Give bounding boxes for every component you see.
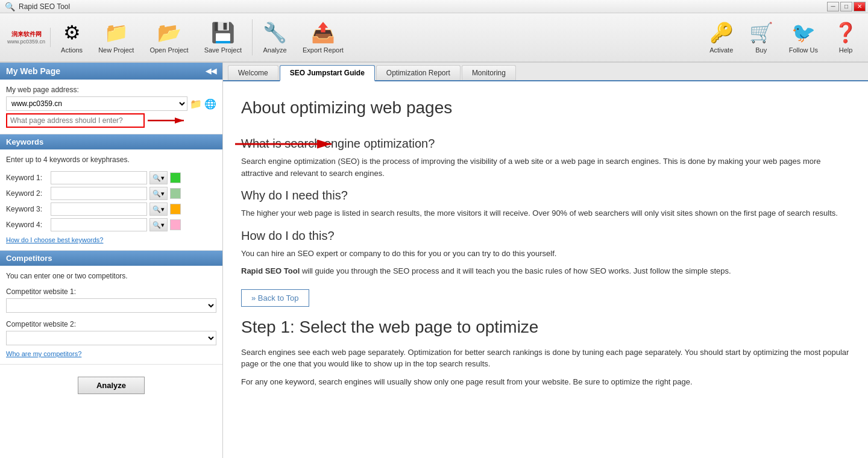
competitors-section-title: Competitors bbox=[0, 251, 222, 266]
back-to-top-button[interactable]: » Back to Top bbox=[241, 289, 309, 307]
tab-optimization-report[interactable]: Optimization Report bbox=[376, 65, 461, 80]
toolbar-separator bbox=[252, 19, 253, 55]
section1: What is search engine optimization? Sear… bbox=[241, 127, 850, 179]
save-project-icon: 💾 bbox=[211, 21, 235, 44]
tab-monitoring[interactable]: Monitoring bbox=[462, 65, 516, 80]
analyze-main-button[interactable]: Analyze bbox=[78, 377, 145, 394]
keyword-row-2: Keyword 2: 🔍▾ bbox=[6, 187, 216, 200]
new-project-icon: 📁 bbox=[104, 21, 128, 44]
help-button[interactable]: ❓ Help bbox=[826, 16, 866, 59]
tab-seo-jumpstart[interactable]: SEO Jumpstart Guide bbox=[280, 65, 375, 81]
keyword3-label: Keyword 3: bbox=[6, 205, 48, 213]
analyze-section: Analyze bbox=[0, 365, 222, 406]
open-project-label: Open Project bbox=[149, 46, 188, 54]
address-row: www.pc0359.cn 📁 🌐 bbox=[6, 96, 216, 111]
keyword2-input[interactable] bbox=[51, 187, 147, 200]
keyword-row-3: Keyword 3: 🔍▾ bbox=[6, 202, 216, 216]
new-project-label: New Project bbox=[98, 46, 134, 54]
analyze-icon: 🔧 bbox=[263, 21, 287, 44]
competitors-help-link[interactable]: Who are my competitors? bbox=[6, 350, 81, 357]
address-label: My web page address: bbox=[6, 86, 216, 94]
keywords-intro: Enter up to 4 keywords or keyphrases. bbox=[6, 155, 216, 164]
help-icon: ❓ bbox=[834, 21, 858, 44]
keyword1-search-button[interactable]: 🔍▾ bbox=[149, 171, 168, 184]
section2: Why do I need this? The higher your web … bbox=[241, 189, 850, 219]
sidebar: My Web Page ◀◀ My web page address: www.… bbox=[0, 63, 223, 458]
toolbar-right: 🔑 Activate 🛒 Buy 🐦 Follow Us ❓ Help bbox=[702, 16, 866, 59]
minimize-button[interactable]: ─ bbox=[827, 2, 839, 11]
competitors-section: You can enter one or two competitors. Co… bbox=[0, 266, 222, 365]
competitor1-row bbox=[6, 298, 216, 313]
keyword3-color bbox=[170, 204, 181, 215]
export-report-button[interactable]: 📤 Export Report bbox=[295, 16, 351, 59]
actions-button[interactable]: ⚙ Actions bbox=[53, 16, 90, 59]
section2-body: The higher your web page is listed in se… bbox=[241, 207, 850, 219]
sidebar-header: My Web Page ◀◀ bbox=[0, 63, 222, 80]
keyword1-input[interactable] bbox=[51, 171, 147, 184]
section2-heading: Why do I need this? bbox=[241, 189, 850, 202]
section3-bold: Rapid SEO Tool bbox=[241, 266, 300, 275]
buy-button[interactable]: 🛒 Buy bbox=[741, 16, 781, 59]
sidebar-title: My Web Page bbox=[6, 66, 60, 76]
activate-label: Activate bbox=[709, 46, 733, 54]
tab-welcome[interactable]: Welcome bbox=[228, 65, 278, 80]
twitter-icon: 🐦 bbox=[791, 21, 816, 44]
keywords-help-link[interactable]: How do I choose best keywords? bbox=[6, 236, 103, 243]
tabs-bar: Welcome SEO Jumpstart Guide Optimization… bbox=[223, 63, 868, 81]
keyword1-color bbox=[170, 172, 181, 183]
keyword4-input[interactable] bbox=[51, 218, 147, 231]
keyword-row-4: Keyword 4: 🔍▾ bbox=[6, 218, 216, 231]
section3-body: You can hire an SEO expert or company to… bbox=[241, 248, 850, 260]
globe-icon[interactable]: 🌐 bbox=[204, 98, 216, 110]
competitor2-select[interactable] bbox=[6, 331, 216, 345]
keyword-row-1: Keyword 1: 🔍▾ bbox=[6, 171, 216, 184]
keywords-section: Enter up to 4 keywords or keyphrases. Ke… bbox=[0, 149, 222, 251]
competitors-title: Competitors bbox=[6, 254, 52, 263]
section4: Step 1: Select the web page to optimize … bbox=[241, 318, 850, 388]
buy-label: Buy bbox=[755, 46, 767, 54]
keyword2-label: Keyword 2: bbox=[6, 189, 48, 198]
maximize-button[interactable]: □ bbox=[840, 2, 852, 11]
keyword4-label: Keyword 4: bbox=[6, 221, 48, 229]
content-area: Welcome SEO Jumpstart Guide Optimization… bbox=[223, 63, 868, 458]
section3-extra: Rapid SEO Tool will guide you through th… bbox=[241, 265, 850, 277]
toolbar: 润来软件网 www.pc0359.cn ⚙ Actions 📁 New Proj… bbox=[0, 13, 868, 63]
main-layout: My Web Page ◀◀ My web page address: www.… bbox=[0, 63, 868, 458]
competitor1-select[interactable] bbox=[6, 298, 216, 313]
open-project-button[interactable]: 📂 Open Project bbox=[142, 16, 196, 59]
title-bar: 🔍 Rapid SEO Tool ─ □ ✕ bbox=[0, 0, 868, 13]
actions-icon: ⚙ bbox=[63, 21, 81, 44]
competitor2-label: Competitor website 2: bbox=[6, 320, 216, 328]
activate-button[interactable]: 🔑 Activate bbox=[702, 16, 741, 59]
new-project-button[interactable]: 📁 New Project bbox=[90, 16, 142, 59]
export-report-icon: 📤 bbox=[311, 21, 335, 44]
analyze-button[interactable]: 🔧 Analyze bbox=[255, 16, 295, 59]
keyword2-color bbox=[170, 188, 181, 199]
folder-icon[interactable]: 📁 bbox=[190, 98, 202, 110]
logo-line2: www.pc0359.cn bbox=[7, 39, 45, 45]
red-arrow-annotation bbox=[229, 137, 338, 151]
sidebar-collapse-button[interactable]: ◀◀ bbox=[206, 67, 216, 75]
keyword4-color bbox=[170, 219, 181, 230]
competitor1-label: Competitor website 1: bbox=[6, 287, 216, 296]
export-report-label: Export Report bbox=[303, 46, 344, 54]
keyword4-search-button[interactable]: 🔍▾ bbox=[149, 218, 168, 231]
keyword2-search-button[interactable]: 🔍▾ bbox=[149, 187, 168, 200]
section3-heading: How do I do this? bbox=[241, 229, 850, 243]
content-scroll[interactable]: About optimizing web pages What is searc… bbox=[223, 81, 868, 458]
page-address-input[interactable] bbox=[6, 113, 145, 128]
toolbar-logo: 润来软件网 www.pc0359.cn bbox=[2, 28, 51, 47]
address-select[interactable]: www.pc0359.cn bbox=[6, 96, 187, 111]
keyword1-label: Keyword 1: bbox=[6, 174, 48, 182]
save-project-button[interactable]: 💾 Save Project bbox=[197, 16, 250, 59]
keyword3-input[interactable] bbox=[51, 202, 147, 216]
keywords-section-title: Keywords bbox=[0, 134, 222, 149]
follow-us-button[interactable]: 🐦 Follow Us bbox=[781, 16, 826, 59]
webpage-section: My web page address: www.pc0359.cn 📁 🌐 bbox=[0, 80, 222, 134]
help-label: Help bbox=[839, 46, 853, 54]
keyword3-search-button[interactable]: 🔍▾ bbox=[149, 202, 168, 216]
actions-label: Actions bbox=[61, 46, 83, 54]
close-button[interactable]: ✕ bbox=[854, 2, 866, 11]
keywords-title: Keywords bbox=[6, 137, 43, 146]
section4-body1: Search engines see each web page separat… bbox=[241, 347, 850, 370]
